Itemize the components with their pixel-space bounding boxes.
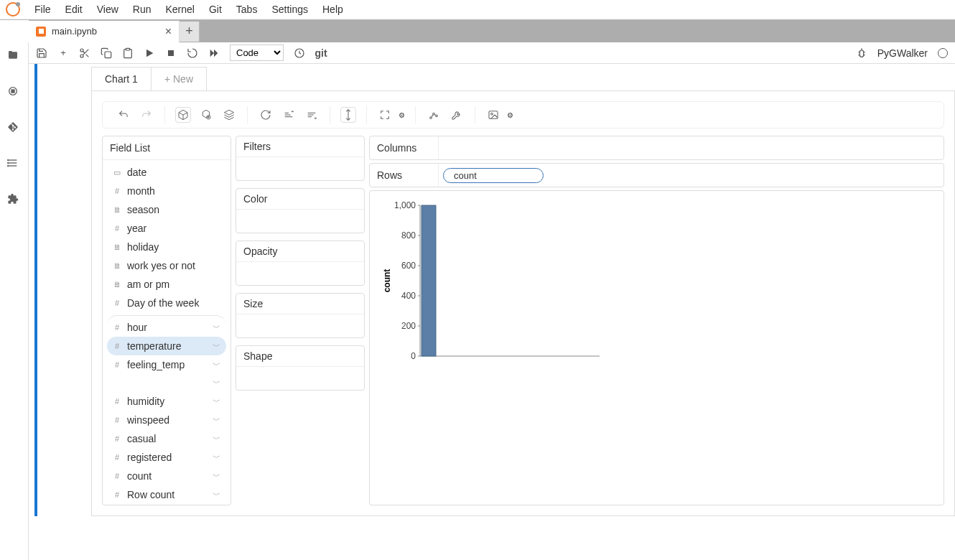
- stop-icon[interactable]: [165, 47, 177, 59]
- hash-icon: #: [113, 434, 121, 443]
- git-button[interactable]: git: [315, 47, 327, 59]
- field-item-holiday[interactable]: 🗎holiday: [107, 238, 226, 256]
- svg-text:400: 400: [401, 291, 416, 301]
- menu-git[interactable]: Git: [202, 4, 229, 15]
- cut-icon[interactable]: [79, 47, 90, 59]
- menu-view[interactable]: View: [90, 4, 126, 15]
- toc-icon[interactable]: [7, 157, 22, 172]
- menu-edit[interactable]: Edit: [58, 4, 90, 15]
- new-chart-tab[interactable]: + New: [152, 67, 207, 90]
- field-item-count[interactable]: #count﹀: [107, 467, 226, 485]
- svg-text:count: count: [382, 269, 392, 293]
- chart-tab[interactable]: Chart 1: [91, 67, 152, 90]
- run-icon[interactable]: [144, 47, 155, 59]
- image-icon[interactable]: [485, 107, 501, 123]
- clock-icon[interactable]: [294, 47, 305, 59]
- fullscreen-icon[interactable]: [377, 107, 393, 123]
- rows-pill-count[interactable]: count: [443, 168, 544, 183]
- running-icon[interactable]: [7, 85, 22, 100]
- sort-desc-icon[interactable]: [304, 107, 320, 123]
- chevron-down-icon[interactable]: ﹀: [213, 396, 220, 407]
- field-item-feeling_temp[interactable]: #feeling_temp﹀: [107, 355, 226, 374]
- refresh-icon[interactable]: [258, 107, 274, 123]
- redo-icon[interactable]: [139, 107, 154, 123]
- chevron-down-icon[interactable]: ﹀: [213, 322, 220, 333]
- add-cell-icon[interactable]: +: [57, 47, 69, 59]
- field-item-season[interactable]: 🗎season: [107, 200, 226, 219]
- shelf-color[interactable]: Color: [236, 188, 365, 233]
- cell-type-select[interactable]: Code: [230, 45, 284, 61]
- layers-icon[interactable]: [221, 107, 237, 123]
- hash-icon: #: [113, 342, 121, 350]
- shelf-opacity[interactable]: Opacity: [236, 241, 365, 286]
- pygwalker-panels: Field List ▭date#month🗎season#year🗎holid…: [102, 136, 944, 505]
- svg-rect-13: [105, 52, 111, 58]
- gear-icon[interactable]: ⚙: [507, 111, 513, 119]
- field-item-Row-count[interactable]: #Row count﹀: [107, 485, 226, 504]
- field-item-year[interactable]: #year: [107, 219, 226, 238]
- hash-icon: #: [113, 360, 121, 369]
- field-item-temperature[interactable]: #temperature﹀: [107, 337, 226, 355]
- kernel-name[interactable]: PyGWalker: [877, 47, 928, 59]
- field-item-date[interactable]: ▭date: [107, 163, 226, 182]
- chevron-down-icon[interactable]: ﹀: [213, 490, 220, 500]
- swap-axes-icon[interactable]: [340, 107, 356, 123]
- svg-point-37: [430, 117, 432, 119]
- field-item-humidity[interactable]: #humidity﹀: [107, 392, 226, 411]
- save-icon[interactable]: [36, 47, 47, 59]
- field-label: Row count: [127, 489, 174, 500]
- bug-icon[interactable]: [856, 47, 867, 59]
- field-item-casual[interactable]: #casual﹀: [107, 429, 226, 448]
- menu-tabs[interactable]: Tabs: [229, 4, 265, 15]
- menu-settings[interactable]: Settings: [264, 4, 315, 15]
- shelf-shape-label: Shape: [236, 346, 364, 367]
- field-item-registered[interactable]: #registered﹀: [107, 448, 226, 467]
- field-item-winspeed[interactable]: #winspeed﹀: [107, 411, 226, 429]
- menu-file[interactable]: File: [27, 4, 58, 15]
- shelf-shape[interactable]: Shape: [236, 345, 365, 391]
- chart-area[interactable]: 02004006008001,000count: [369, 190, 944, 505]
- notebook-tab[interactable]: main.ipynb ×: [29, 21, 180, 42]
- menu-run[interactable]: Run: [126, 4, 159, 15]
- cell[interactable]: Chart 1 + New: [34, 64, 955, 516]
- chevron-down-icon[interactable]: ﹀: [213, 360, 220, 370]
- shelf-size[interactable]: Size: [236, 293, 365, 338]
- field-item-hour[interactable]: #hour﹀: [107, 315, 226, 337]
- menu-help[interactable]: Help: [315, 4, 350, 15]
- field-item-Day-of-the-week[interactable]: #Day of the week: [107, 294, 226, 312]
- sort-asc-icon[interactable]: [281, 107, 297, 123]
- shelf-filters[interactable]: Filters: [236, 136, 365, 181]
- svg-point-7: [7, 165, 8, 166]
- shelf-rows[interactable]: Rows count: [369, 163, 944, 187]
- chevron-down-icon[interactable]: ﹀: [213, 471, 220, 482]
- wrench-icon[interactable]: [449, 107, 465, 123]
- field-label: year: [127, 223, 146, 234]
- chevron-down-icon[interactable]: ﹀: [213, 341, 220, 352]
- menu-kernel[interactable]: Kernel: [158, 4, 201, 15]
- tab-close-icon[interactable]: ×: [165, 25, 172, 38]
- field-item-month[interactable]: #month: [107, 182, 226, 200]
- shelf-columns[interactable]: Columns: [369, 136, 944, 160]
- chevron-down-icon[interactable]: ﹀: [213, 452, 220, 463]
- cube-add-icon[interactable]: [198, 107, 214, 123]
- undo-icon[interactable]: [116, 107, 131, 123]
- chevron-down-icon[interactable]: ﹀: [213, 434, 220, 444]
- gear-icon[interactable]: ⚙: [399, 111, 405, 119]
- chevron-down-icon[interactable]: ﹀: [213, 378, 220, 388]
- field-list-header: Field List: [103, 136, 230, 160]
- git-icon[interactable]: [7, 121, 22, 136]
- run-all-icon[interactable]: [208, 47, 220, 59]
- chevron-down-icon[interactable]: ﹀: [213, 415, 220, 426]
- extensions-icon[interactable]: [7, 193, 22, 207]
- folder-icon[interactable]: [7, 50, 22, 64]
- restart-icon[interactable]: [187, 47, 198, 59]
- field-item-am-or-pm[interactable]: 🗎am or pm: [107, 275, 226, 294]
- notebook-toolbar: + Code git PyGWalker: [29, 42, 955, 64]
- field-item-work-yes-or-not[interactable]: 🗎work yes or not: [107, 256, 226, 275]
- cube-icon[interactable]: [175, 107, 191, 123]
- chart-type-icon[interactable]: [426, 107, 442, 123]
- add-tab-button[interactable]: +: [180, 22, 200, 42]
- paste-icon[interactable]: [122, 47, 134, 59]
- shelf-opacity-label: Opacity: [236, 241, 364, 262]
- copy-icon[interactable]: [101, 47, 112, 59]
